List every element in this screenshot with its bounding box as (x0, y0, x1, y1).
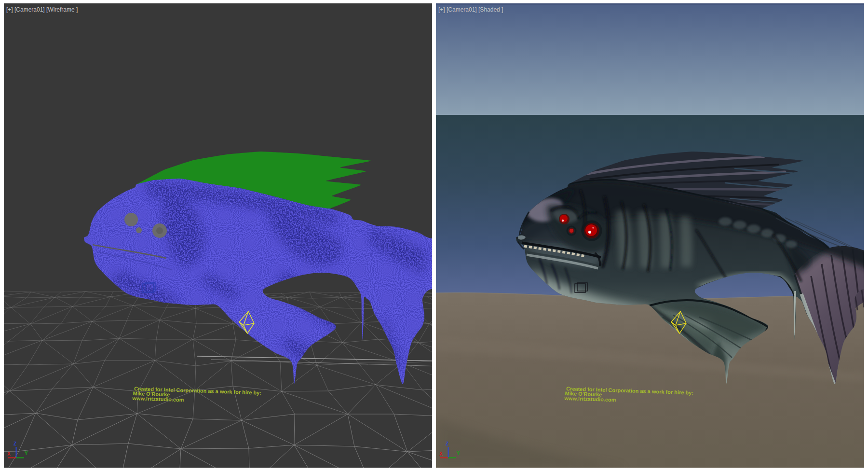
svg-text:Y: Y (457, 451, 460, 456)
svg-text:X: X (7, 451, 11, 457)
svg-text:Y: Y (25, 451, 28, 456)
svg-text:X: X (439, 451, 443, 457)
svg-text:Z: Z (14, 441, 16, 446)
svg-text:[+] [Camera01] [Wireframe ]: [+] [Camera01] [Wireframe ] (6, 6, 78, 13)
svg-text:[+] [Camera01] [Shaded ]: [+] [Camera01] [Shaded ] (438, 6, 503, 13)
svg-text:Z: Z (446, 441, 448, 446)
